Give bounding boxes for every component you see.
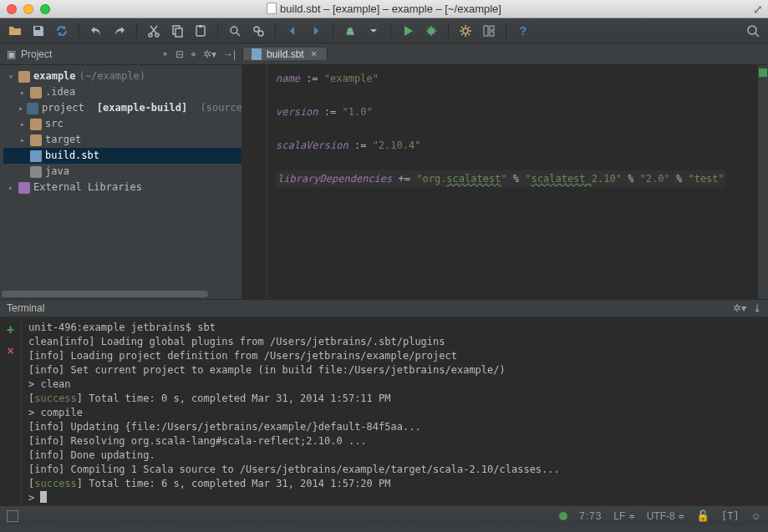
tree-item-label: target	[45, 132, 81, 148]
run-button[interactable]	[398, 21, 418, 41]
line-column-indicator[interactable]: 7:73	[579, 510, 602, 522]
terminal-line: [info] Set current project to example (i…	[28, 363, 761, 377]
terminal-output[interactable]: unit-496:example jetbrains$ sbtclean[inf…	[22, 317, 768, 505]
project-structure-button[interactable]	[479, 21, 499, 41]
project-view-dropdown[interactable]: ▾	[163, 49, 167, 58]
terminal-title[interactable]: Terminal	[7, 302, 44, 314]
terminal-line: [info] Done updating.	[28, 448, 761, 463]
folder-icon	[30, 134, 42, 146]
terminal-hide-button[interactable]: ⤓	[753, 302, 761, 314]
terminal-line: [info] Updating {file:/Users/jetbrains/e…	[28, 420, 761, 434]
code-area[interactable]: name := "example" version := "1.0" scala…	[267, 65, 758, 299]
hector-icon[interactable]: ☺	[751, 510, 761, 522]
close-window-button[interactable]	[7, 4, 17, 14]
code-token: %	[513, 173, 519, 185]
nav-bar: ▣ Project ▾ ⊟ ⌖ ✲▾ →| build.sbt ×	[0, 43, 768, 65]
readonly-toggle[interactable]: 🔓	[696, 509, 710, 522]
tab-label: build.sbt	[267, 48, 304, 60]
expand-arrow-icon[interactable]: ▸	[18, 132, 27, 148]
hide-tool-button[interactable]: →|	[223, 48, 236, 60]
svg-point-10	[428, 28, 435, 34]
undo-button[interactable]	[86, 21, 106, 41]
close-session-button[interactable]: ×	[7, 344, 13, 357]
open-button[interactable]	[5, 21, 25, 41]
code-token: %	[628, 173, 633, 185]
tree-item-build-sbt[interactable]: build.sbt	[3, 148, 242, 164]
tree-root[interactable]: ▾ example (~/example)	[3, 68, 242, 84]
tree-item-target[interactable]: ▸target	[3, 132, 242, 148]
tree-item-idea[interactable]: ▸.idea	[3, 84, 242, 100]
code-token: "2.10.4"	[373, 139, 421, 151]
save-all-button[interactable]	[28, 21, 48, 41]
replace-button[interactable]	[248, 21, 268, 41]
debug-button[interactable]	[421, 21, 441, 41]
code-token: "test"	[688, 173, 724, 185]
fullscreen-button[interactable]: ⤢	[753, 3, 763, 16]
code-token: %	[676, 173, 682, 185]
tree-item-label: project	[42, 100, 84, 116]
dropdown-icon: ≑	[628, 512, 635, 521]
svg-text:?: ?	[520, 24, 527, 38]
tree-item-label: External Libraries	[33, 180, 142, 195]
run-config-dropdown[interactable]	[364, 21, 384, 41]
terminal-line: [info] Loading project definition from /…	[28, 349, 761, 363]
zoom-window-button[interactable]	[40, 4, 50, 14]
new-session-button[interactable]: +	[7, 322, 14, 337]
terminal-line: [success] Total time: 0 s, completed Mar…	[28, 392, 761, 406]
terminal-settings-button[interactable]: ✲▾	[733, 302, 746, 314]
code-token: scalatest	[446, 173, 501, 185]
code-token: "	[525, 173, 531, 185]
forward-button[interactable]	[306, 21, 326, 41]
scroll-from-source-button[interactable]: ⌖	[191, 48, 196, 60]
sync-button[interactable]	[52, 21, 72, 41]
tree-item-src[interactable]: ▸src	[3, 116, 242, 132]
terminal-line: [info] Resolving org.scala-lang#scala-re…	[28, 434, 761, 448]
close-tab-button[interactable]: ×	[309, 48, 319, 60]
folder-icon	[30, 87, 42, 99]
tree-item-project[interactable]: ▸project [example-build] (sources root)	[3, 100, 242, 116]
encoding-indicator[interactable]: UTF-8 ≑	[647, 510, 684, 522]
tree-external-libraries[interactable]: ▸External Libraries	[3, 180, 242, 195]
find-button[interactable]	[225, 21, 245, 41]
tree-item-label: src	[45, 116, 64, 132]
line-separator-value: LF	[613, 510, 625, 522]
help-button[interactable]: ?	[513, 21, 533, 41]
copy-button[interactable]	[167, 21, 187, 41]
tree-root-hint: (~/example)	[79, 68, 145, 84]
collapse-all-button[interactable]: ⊟	[175, 48, 184, 60]
svg-rect-0	[35, 27, 40, 30]
code-token: version	[276, 106, 318, 118]
search-everywhere-button[interactable]	[743, 21, 763, 41]
editor-error-stripe[interactable]	[758, 65, 768, 299]
tab-build-sbt[interactable]: build.sbt ×	[243, 48, 328, 60]
terminal-status-button[interactable]: [T]	[721, 510, 740, 522]
folder-icon	[30, 119, 42, 130]
minimize-window-button[interactable]	[23, 4, 33, 14]
tool-windows-button[interactable]	[7, 510, 18, 522]
build-button[interactable]	[340, 21, 360, 41]
background-task-indicator[interactable]	[559, 512, 567, 520]
expand-arrow-icon[interactable]: ▸	[18, 100, 23, 116]
terminal-gutter: + ×	[0, 317, 22, 505]
settings-button[interactable]	[455, 21, 476, 41]
code-token: "org.	[416, 173, 446, 185]
redo-button[interactable]	[109, 21, 130, 41]
expand-arrow-icon[interactable]: ▸	[7, 180, 15, 195]
project-tool-label[interactable]: Project	[21, 48, 52, 60]
editor-tabs: build.sbt ×	[242, 48, 768, 60]
expand-arrow-icon[interactable]: ▾	[7, 68, 15, 84]
scrollbar-thumb[interactable]	[2, 291, 208, 297]
paste-button[interactable]	[191, 21, 211, 41]
code-editor[interactable]: name := "example" version := "1.0" scala…	[242, 65, 768, 299]
svg-point-16	[748, 26, 756, 34]
expand-arrow-icon[interactable]: ▸	[18, 84, 27, 100]
line-separator-indicator[interactable]: LF ≑	[613, 510, 634, 522]
tree-item-java[interactable]: java	[3, 164, 242, 180]
project-tree[interactable]: ▾ example (~/example) ▸.idea ▸project [e…	[0, 65, 242, 299]
horizontal-scrollbar[interactable]	[0, 289, 242, 299]
expand-arrow-icon[interactable]: ▸	[18, 116, 27, 132]
editor-gutter[interactable]	[242, 65, 267, 299]
tool-settings-button[interactable]: ✲▾	[203, 48, 216, 60]
back-button[interactable]	[282, 21, 303, 41]
cut-button[interactable]	[144, 21, 164, 41]
